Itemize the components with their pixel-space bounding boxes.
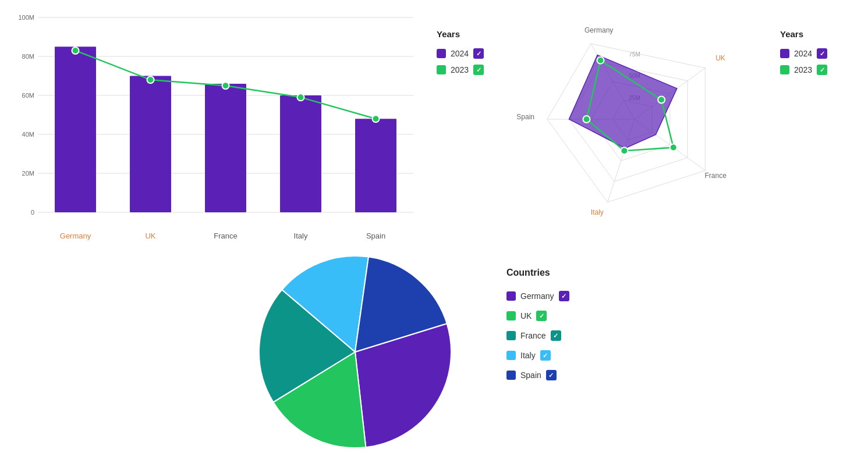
pie-swatch-spain (506, 371, 516, 380)
radar-label-2024: 2024 (794, 49, 812, 58)
pie-legend-item-germany: Germany ✓ (506, 291, 569, 301)
pie-legend-title: Countries (506, 268, 569, 278)
pie-label-france: France (520, 331, 546, 340)
svg-text:France: France (704, 172, 727, 180)
svg-rect-16 (355, 119, 396, 212)
svg-text:Italy: Italy (591, 208, 604, 216)
bar-chart-legend: Years 2024 ✓ 2023 ✓ (437, 29, 484, 75)
bar-swatch-2024 (437, 49, 446, 58)
radar-chart: 25M50M75MGermanyUKFranceItalySpain (506, 6, 763, 233)
pie-swatch-uk (506, 311, 516, 320)
pie-legend-item-spain: Spain ✓ (506, 370, 569, 380)
svg-point-41 (597, 57, 604, 64)
svg-text:UK: UK (145, 232, 155, 240)
bar-label-2023: 2023 (451, 65, 469, 74)
radar-swatch-2023 (780, 65, 789, 74)
radar-check-2024[interactable]: ✓ (817, 48, 827, 59)
pie-label-italy: Italy (520, 351, 536, 360)
svg-text:0: 0 (31, 209, 34, 216)
radar-legend-item-2023: 2023 ✓ (780, 65, 827, 75)
svg-text:40M: 40M (22, 131, 34, 138)
bar-legend-item-2024: 2024 ✓ (437, 48, 484, 59)
svg-text:100M: 100M (18, 14, 34, 21)
radar-legend-title: Years (780, 29, 827, 39)
svg-text:Spain: Spain (366, 232, 385, 240)
bar-legend-title: Years (437, 29, 484, 39)
svg-text:Germany: Germany (60, 232, 91, 240)
svg-text:France: France (214, 232, 237, 240)
svg-point-18 (147, 76, 154, 83)
radar-check-2023[interactable]: ✓ (817, 65, 827, 75)
bar-check-2023[interactable]: ✓ (473, 65, 484, 75)
pie-check-italy[interactable]: ✓ (540, 350, 551, 361)
svg-rect-13 (130, 76, 171, 213)
radar-legend-item-2024: 2024 ✓ (780, 48, 827, 59)
radar-swatch-2024 (780, 49, 789, 58)
pie-check-germany[interactable]: ✓ (559, 291, 569, 301)
pie-check-uk[interactable]: ✓ (536, 311, 547, 321)
pie-legend-item-france: France ✓ (506, 330, 569, 341)
svg-point-21 (373, 115, 380, 122)
pie-check-spain[interactable]: ✓ (546, 370, 557, 380)
bar-legend-item-2023: 2023 ✓ (437, 65, 484, 75)
svg-point-20 (297, 94, 304, 101)
svg-rect-15 (280, 95, 321, 212)
svg-point-17 (72, 47, 79, 54)
pie-swatch-france (506, 331, 516, 340)
pie-legend-item-uk: UK ✓ (506, 311, 569, 321)
svg-point-45 (583, 116, 590, 123)
pie-check-france[interactable]: ✓ (551, 330, 561, 341)
radar-label-2023: 2023 (794, 65, 812, 74)
pie-swatch-italy (506, 351, 516, 360)
svg-point-19 (222, 82, 229, 89)
svg-text:80M: 80M (22, 53, 34, 60)
svg-rect-12 (55, 47, 96, 212)
svg-point-43 (670, 144, 677, 151)
bar-swatch-2023 (437, 65, 446, 74)
pie-label-spain: Spain (520, 371, 541, 380)
svg-text:UK: UK (715, 54, 725, 62)
pie-legend-item-italy: Italy ✓ (506, 350, 569, 361)
svg-point-42 (658, 96, 665, 103)
pie-label-uk: UK (520, 311, 532, 320)
pie-chart-legend: Countries Germany ✓ UK ✓ France ✓ Italy … (506, 268, 569, 384)
pie-swatch-germany (506, 291, 516, 301)
bar-line-chart: 020M40M60M80M100MGermanyUKFranceItalySpa… (6, 6, 425, 244)
pie-label-germany: Germany (520, 291, 554, 301)
pie-chart (227, 244, 483, 460)
bar-label-2024: 2024 (451, 49, 469, 58)
svg-text:Spain: Spain (516, 113, 534, 121)
radar-chart-legend: Years 2024 ✓ 2023 ✓ (780, 29, 827, 75)
svg-text:Italy: Italy (294, 232, 308, 240)
svg-text:Germany: Germany (584, 26, 613, 34)
svg-rect-14 (205, 84, 246, 212)
bar-check-2024[interactable]: ✓ (473, 48, 484, 59)
svg-point-44 (621, 147, 628, 154)
svg-text:60M: 60M (22, 92, 34, 99)
svg-text:20M: 20M (22, 170, 34, 177)
